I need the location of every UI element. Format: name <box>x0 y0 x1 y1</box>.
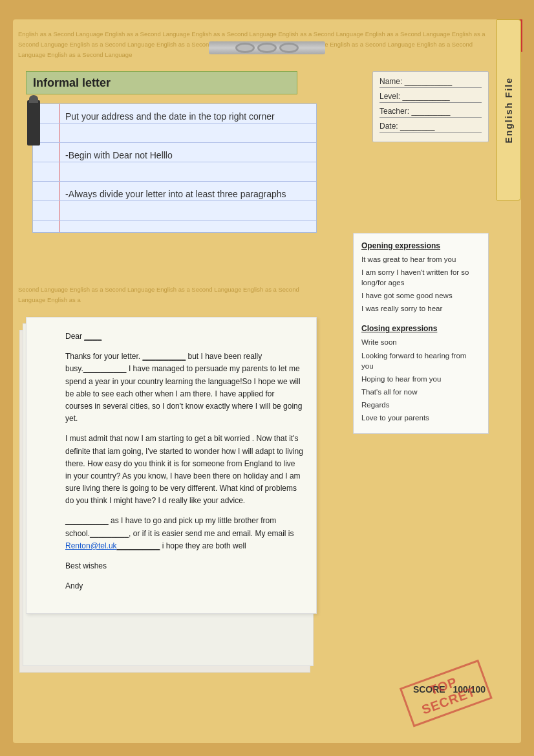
salutation-blank: ____ <box>84 332 101 341</box>
closing-expr-4: That's all for now <box>361 387 480 397</box>
info-box: Name: ___________ Level: ___________ Tea… <box>372 71 489 142</box>
closing-expr-1: Write soon <box>361 337 480 347</box>
date-field: Date: ________ <box>379 122 482 133</box>
blank-5: __________ <box>117 541 160 550</box>
lined-paper: Put your address and the date in the top… <box>33 104 316 232</box>
name-field: Name: ___________ <box>379 77 482 88</box>
name-value: ___________ <box>405 77 452 86</box>
pencil-ring-2 <box>257 43 277 53</box>
opening-expr-3: I have got some good news <box>361 290 480 301</box>
letter-closing: Best wishes <box>65 560 303 572</box>
name-label: Name: <box>379 77 402 86</box>
instruction-line-2 <box>33 124 316 143</box>
opening-expr-2: I am sorry I haven't written for so long… <box>361 267 480 288</box>
blank-1: __________ <box>142 352 186 361</box>
instruction-line-4 <box>33 162 316 182</box>
instruction-text-3: -Always divide your letter into at least… <box>65 189 286 199</box>
pencil-decoration <box>202 39 332 57</box>
teacher-value: _________ <box>411 107 450 116</box>
pencil-ring-3 <box>279 43 299 53</box>
date-label: Date: <box>379 122 398 131</box>
pencil-ring-1 <box>235 43 255 53</box>
binder-clip <box>27 100 40 146</box>
page-title: Informal letter <box>33 76 111 90</box>
level-field: Level: ___________ <box>379 92 482 103</box>
instruction-text-2: -Begin with Dear not Helllo <box>65 150 173 160</box>
letter-paragraph-1: Thanks for your letter. __________ but I… <box>65 351 303 425</box>
instruction-line-3: -Begin with Dear not Helllo <box>33 143 316 162</box>
pencil-body <box>209 41 325 54</box>
instruction-line-1: Put your address and the date in the top… <box>33 104 316 124</box>
instruction-line-5: -Always divide your letter into at least… <box>33 182 316 201</box>
blank-4: _________ <box>90 529 129 538</box>
instructions-card: Put your address and the date in the top… <box>32 103 317 233</box>
expressions-card: Opening expressions It was great to hear… <box>353 233 489 434</box>
opening-expressions-heading: Opening expressions <box>361 241 480 250</box>
opening-expr-4: I was really sorry to hear <box>361 303 480 314</box>
letter-paragraph-2: I must admit that now I am starting to g… <box>65 433 303 507</box>
instruction-line-7 <box>33 221 316 233</box>
level-value: ___________ <box>402 92 449 101</box>
instruction-line-6 <box>33 201 316 221</box>
letter-salutation: Dear ____ <box>65 330 303 343</box>
level-label: Level: <box>379 92 400 101</box>
email-address: Renton@tel.uk <box>65 541 117 550</box>
closing-expr-6: Love to your parents <box>361 413 480 423</box>
teacher-label: Teacher: <box>379 107 409 116</box>
letter-signature: Andy <box>65 580 303 592</box>
closing-expr-3: Hoping to hear from you <box>361 374 480 384</box>
date-value: ________ <box>400 122 434 131</box>
closing-expr-2: Looking forward to hearing from you <box>361 351 480 371</box>
closing-expressions-heading: Closing expressions <box>361 324 480 333</box>
instruction-text-1: Put your address and the date in the top… <box>65 111 275 122</box>
teacher-field: Teacher: _________ <box>379 107 482 118</box>
letter-paragraph-3: __________ as I have to go and pick up m… <box>65 515 303 552</box>
closing-expr-5: Regards <box>361 400 480 410</box>
folder-tab: English File <box>497 19 521 200</box>
opening-expr-1: It was great to hear from you <box>361 254 480 265</box>
folder-tab-text: English File <box>504 77 514 144</box>
letter-paper: Dear ____ Thanks for your letter. ______… <box>26 317 317 614</box>
title-card: Informal letter <box>26 71 297 94</box>
blank-2: __________ <box>83 364 127 373</box>
blank-3: __________ <box>65 516 109 525</box>
salutation-text: Dear <box>65 332 82 341</box>
